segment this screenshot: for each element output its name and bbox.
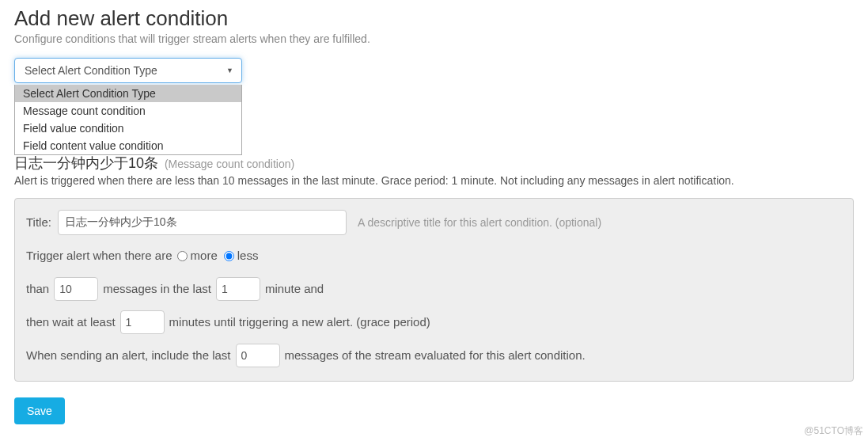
title-label: Title: xyxy=(26,210,51,235)
condition-type-select-wrap: Select Alert Condition Type Select Alert… xyxy=(14,58,242,83)
title-help: A descriptive title for this alert condi… xyxy=(358,210,601,235)
condition-block: 日志一分钟内少于10条 (Message count condition) Al… xyxy=(14,154,854,382)
condition-form: Title: A descriptive title for this aler… xyxy=(14,198,854,382)
backlog-suffix-label: messages of the stream evaluated for thi… xyxy=(285,343,586,368)
watermark: @51CTO博客 xyxy=(804,424,863,438)
radio-less-wrap: less xyxy=(224,243,259,268)
option-field-value[interactable]: Field value condition xyxy=(15,120,241,137)
threshold-row: than messages in the last minute and xyxy=(26,276,842,302)
option-placeholder[interactable]: Select Alert Condition Type xyxy=(15,85,241,102)
radio-less-label: less xyxy=(237,243,259,268)
condition-type-dropdown: Select Alert Condition Type Message coun… xyxy=(14,85,242,155)
than-label: than xyxy=(26,276,49,302)
minute-and-label: minute and xyxy=(265,276,324,302)
title-input[interactable] xyxy=(58,210,347,235)
messages-in-last-label: messages in the last xyxy=(103,276,211,302)
trigger-row: Trigger alert when there are more less xyxy=(26,243,842,268)
grace-input[interactable] xyxy=(120,310,165,334)
threshold-input[interactable] xyxy=(54,277,98,301)
grace-suffix-label: minutes until triggering a new alert. (g… xyxy=(169,310,430,335)
trigger-prefix: Trigger alert when there are xyxy=(26,243,172,268)
condition-description: Alert is triggered when there are less t… xyxy=(14,174,854,187)
condition-title: 日志一分钟内少于10条 xyxy=(14,155,158,171)
condition-type-select[interactable]: Select Alert Condition Type xyxy=(14,58,242,83)
grace-row: then wait at least minutes until trigger… xyxy=(26,310,842,335)
time-input[interactable] xyxy=(216,277,260,301)
condition-title-line: 日志一分钟内少于10条 (Message count condition) xyxy=(14,154,854,173)
backlog-prefix-label: When sending an alert, include the last xyxy=(26,343,231,368)
option-message-count[interactable]: Message count condition xyxy=(15,102,241,120)
radio-more-label: more xyxy=(191,243,218,268)
then-wait-label: then wait at least xyxy=(26,310,116,335)
radio-less[interactable] xyxy=(224,251,234,261)
radio-more-wrap: more xyxy=(177,243,218,268)
title-row: Title: A descriptive title for this aler… xyxy=(26,210,842,235)
backlog-input[interactable] xyxy=(236,344,280,367)
page-subtitle: Configure conditions that will trigger s… xyxy=(14,32,854,45)
radio-more[interactable] xyxy=(177,251,188,261)
option-field-content-value[interactable]: Field content value condition xyxy=(15,137,241,154)
backlog-row: When sending an alert, include the last … xyxy=(26,343,842,368)
page-title: Add new alert condition xyxy=(14,6,854,31)
condition-type-label: (Message count condition) xyxy=(165,158,294,170)
save-button[interactable]: Save xyxy=(14,397,65,424)
